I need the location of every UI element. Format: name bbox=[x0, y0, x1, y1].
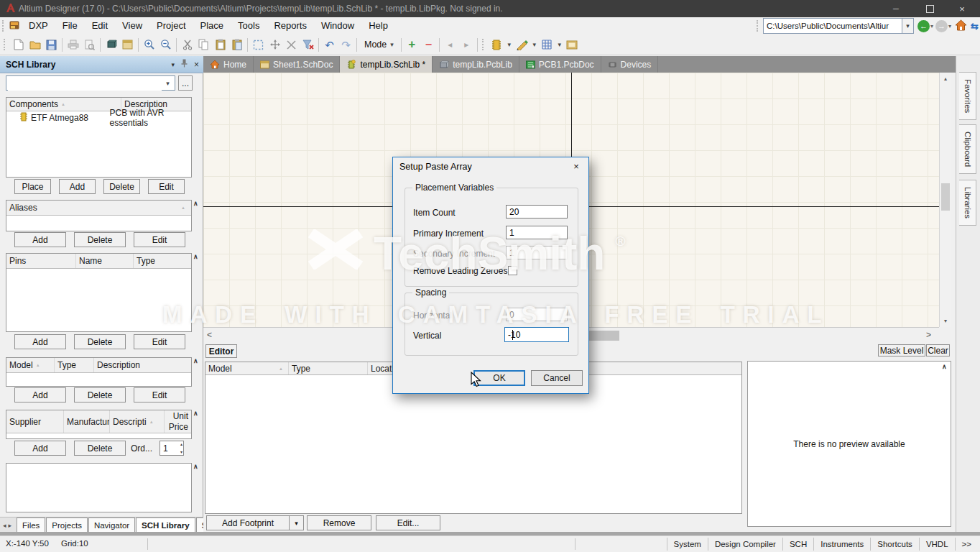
description-column-header[interactable]: Descripti▲ bbox=[110, 410, 165, 433]
move-object-icon[interactable] bbox=[267, 37, 283, 53]
dialog-title-bar[interactable]: Setup Paste Array bbox=[393, 157, 588, 176]
type-column-header[interactable]: Type bbox=[289, 362, 368, 374]
clear-filter-icon[interactable] bbox=[300, 37, 316, 53]
tab-favorites[interactable]: Favorites bbox=[959, 72, 976, 120]
add-supplier-button[interactable]: Add bbox=[14, 441, 66, 456]
forward-dropdown[interactable]: ▾ bbox=[948, 23, 951, 29]
save-icon[interactable] bbox=[43, 37, 60, 53]
add-part-icon[interactable]: + bbox=[404, 37, 420, 53]
collapse-section-icon[interactable]: ∧ bbox=[193, 410, 198, 417]
component-row[interactable]: ETF Atmega88 PCB with AVR essentials bbox=[6, 111, 191, 124]
components-column-header[interactable]: Components▲ bbox=[6, 98, 121, 111]
mask-level-button[interactable]: Mask Level bbox=[878, 344, 925, 356]
delete-model-button[interactable]: Delete bbox=[74, 387, 126, 402]
doc-tab-pcb1-pcbdoc[interactable]: PCB1.PcbDoc bbox=[519, 56, 601, 73]
add-footprint-button[interactable]: Add Footprint bbox=[206, 515, 290, 530]
delete-component-button[interactable]: Delete bbox=[103, 179, 140, 194]
status-more-button[interactable]: >> bbox=[955, 538, 978, 551]
menu-tools[interactable]: Tools bbox=[231, 17, 267, 34]
place-button[interactable]: Place bbox=[14, 179, 51, 194]
menu-file[interactable]: File bbox=[55, 17, 85, 34]
tab-scroll-right-icon[interactable]: ▸ bbox=[9, 522, 12, 529]
panel-menu-dropdown-icon[interactable]: ▾ bbox=[171, 61, 175, 68]
panel-close-icon[interactable]: × bbox=[194, 60, 199, 70]
status-shortcuts-button[interactable]: Shortcuts bbox=[870, 538, 919, 551]
undo-icon[interactable]: ↶ bbox=[321, 37, 338, 53]
status-sch-button[interactable]: SCH bbox=[782, 538, 813, 551]
model-column-header[interactable]: Model▲ bbox=[6, 358, 55, 372]
copy-icon[interactable] bbox=[195, 37, 212, 53]
menu-help[interactable]: Help bbox=[361, 17, 395, 34]
edit-model-button[interactable]: Edit bbox=[134, 387, 185, 402]
collapse-section-icon[interactable]: ∧ bbox=[193, 463, 198, 470]
scroll-up-icon[interactable]: ▴ bbox=[940, 73, 951, 84]
back-dropdown[interactable]: ▾ bbox=[930, 23, 933, 29]
remove-footprint-button[interactable]: Remove bbox=[307, 515, 371, 530]
type-column-header[interactable]: Type bbox=[134, 254, 191, 268]
edit-pin-button[interactable]: Edit bbox=[134, 334, 185, 349]
description-column-header[interactable]: Description bbox=[94, 358, 191, 372]
cross-select-icon[interactable] bbox=[283, 37, 300, 53]
status-instruments-button[interactable]: Instruments bbox=[813, 538, 870, 551]
doc-tab-templib-pcblib[interactable]: tempLib.PcbLib bbox=[433, 56, 519, 73]
doc-tab-devices[interactable]: Devices bbox=[601, 56, 659, 73]
menu-edit[interactable]: Edit bbox=[85, 17, 115, 34]
scroll-left-icon[interactable]: < bbox=[207, 330, 212, 340]
part-body-dropdown-icon[interactable] bbox=[489, 37, 505, 53]
select-area-icon[interactable] bbox=[250, 37, 267, 53]
grid-dropdown-arrow[interactable]: ▾ bbox=[555, 37, 564, 53]
menu-dxp[interactable]: DXP bbox=[22, 17, 55, 34]
close-button[interactable]: × bbox=[951, 0, 973, 17]
paste-array-icon[interactable] bbox=[228, 37, 245, 53]
add-footprint-dropdown[interactable]: ▾ bbox=[289, 515, 304, 530]
doc-tab-templib-schlib[interactable]: tempLib.SchLib * bbox=[340, 56, 433, 73]
name-column-header[interactable]: Name bbox=[76, 254, 134, 268]
vertical-spacing-field[interactable]: -10 bbox=[504, 327, 569, 342]
back-button[interactable]: ← bbox=[917, 20, 930, 32]
pin-icon[interactable] bbox=[181, 59, 188, 70]
clear-button[interactable]: Clear bbox=[926, 344, 950, 356]
scroll-right-icon[interactable]: > bbox=[926, 330, 931, 340]
paste-icon[interactable] bbox=[212, 37, 228, 53]
new-document-icon[interactable] bbox=[10, 37, 27, 53]
tab-libraries[interactable]: Libraries bbox=[959, 180, 976, 226]
horizontal-scroll-thumb[interactable] bbox=[588, 331, 619, 341]
home-button[interactable] bbox=[955, 19, 967, 33]
cut-icon[interactable] bbox=[179, 37, 195, 53]
unit-price-column-header[interactable]: Unit Price bbox=[165, 410, 191, 433]
item-count-field[interactable]: 20 bbox=[506, 205, 568, 218]
status-design-compiler-button[interactable]: Design Compiler bbox=[708, 538, 782, 551]
part-dropdown-arrow[interactable]: ▾ bbox=[505, 37, 514, 53]
tab-scroll-left-icon[interactable]: ◂ bbox=[3, 522, 6, 529]
status-vhdl-button[interactable]: VHDL bbox=[919, 538, 955, 551]
collapse-section-icon[interactable]: ∧ bbox=[193, 200, 198, 207]
vertical-scrollbar[interactable]: ▴ ▾ bbox=[939, 73, 951, 327]
spinner-up-icon[interactable]: ▴ bbox=[180, 441, 182, 447]
manufacturer-column-header[interactable]: Manufacture bbox=[64, 410, 110, 433]
model-column-header[interactable]: Model ▲ bbox=[205, 362, 289, 374]
add-model-button[interactable]: Add bbox=[14, 387, 66, 402]
add-pin-button[interactable]: Add bbox=[14, 334, 66, 349]
edit-alias-button[interactable]: Edit bbox=[134, 232, 185, 247]
menu-window[interactable]: Window bbox=[314, 17, 361, 34]
collapse-section-icon[interactable]: ∧ bbox=[942, 363, 947, 370]
previous-part-icon[interactable]: ◂ bbox=[442, 37, 458, 53]
open-device-view-icon[interactable] bbox=[103, 37, 119, 53]
component-search-combo[interactable]: ▾ bbox=[6, 75, 175, 91]
tab-files[interactable]: Files bbox=[17, 518, 45, 533]
delete-pin-button[interactable]: Delete bbox=[74, 334, 126, 349]
menu-project[interactable]: Project bbox=[149, 17, 193, 34]
search-more-button[interactable]: ... bbox=[178, 75, 193, 91]
mode-dropdown-button[interactable]: Mode▾ bbox=[359, 37, 399, 52]
minimize-button[interactable]: ─ bbox=[885, 0, 907, 17]
ieee-dropdown-arrow[interactable]: ▾ bbox=[530, 37, 539, 53]
address-dropdown[interactable]: ▾ bbox=[902, 18, 914, 34]
spinner-down-icon[interactable]: ▾ bbox=[180, 449, 182, 455]
ieee-symbols-dropdown-icon[interactable] bbox=[514, 37, 530, 53]
menu-reports[interactable]: Reports bbox=[267, 17, 314, 34]
primary-increment-field[interactable]: 1 bbox=[506, 226, 568, 239]
delete-supplier-button[interactable]: Delete bbox=[74, 441, 126, 456]
tab-navigator[interactable]: Navigator bbox=[88, 518, 135, 533]
tab-clipboard[interactable]: Clipboard bbox=[959, 124, 976, 174]
editor-tab-button[interactable]: Editor bbox=[205, 344, 237, 358]
